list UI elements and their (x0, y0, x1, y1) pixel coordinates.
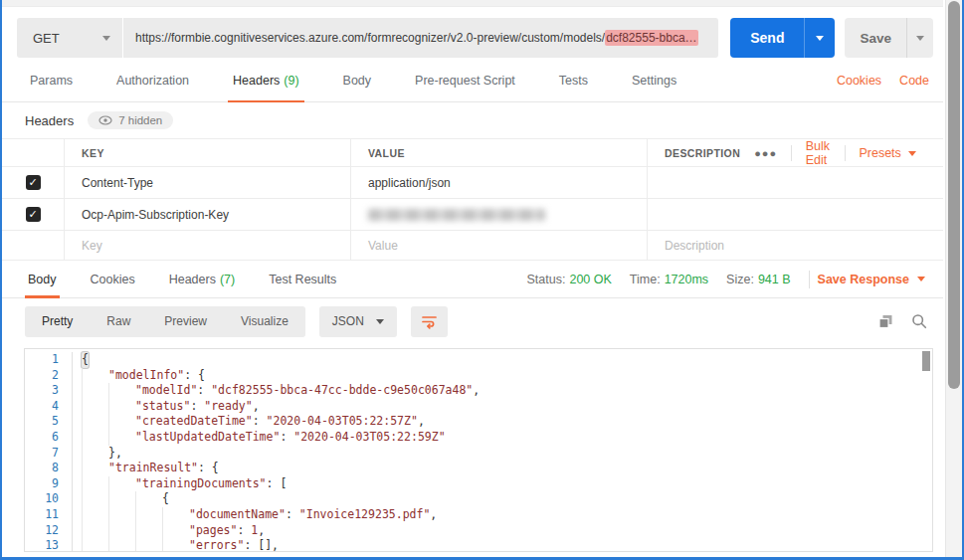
table-row: Content-Type application/json (2, 167, 943, 199)
response-tab-test-results[interactable]: Test Results (266, 261, 339, 297)
indent-guide (162, 538, 189, 552)
code-token: "documentName" (189, 507, 286, 523)
save-button[interactable]: Save (845, 18, 906, 58)
headers-table-header: KEY VALUE DESCRIPTION ●●● Bulk Edit Pres… (2, 139, 943, 167)
indent-guide (82, 446, 108, 462)
code-token: , (418, 414, 425, 430)
eye-icon (98, 115, 112, 125)
header-value-masked[interactable] (350, 199, 647, 230)
indent-guide (82, 491, 108, 507)
format-select[interactable]: JSON (319, 306, 397, 337)
method-label: GET (33, 31, 60, 46)
response-body-panel[interactable]: 1{2"modelInfo": {3"modelId": "dcf82555-b… (24, 348, 933, 552)
size-badge: Size:941 B (726, 273, 790, 286)
wrap-lines-button[interactable] (411, 306, 448, 337)
line-number: 6 (25, 430, 73, 446)
chevron-down-icon (102, 36, 110, 41)
view-visualize[interactable]: Visualize (224, 306, 305, 337)
url-input[interactable]: https://formbie.cognitiveservices.azure.… (122, 18, 718, 58)
column-value: VALUE (350, 139, 647, 167)
indent-guide (108, 414, 135, 430)
code-token: "trainingDocuments" (135, 476, 267, 492)
page-scrollbar[interactable] (945, 0, 962, 557)
code-token: , (253, 399, 260, 415)
search-button[interactable] (911, 313, 927, 329)
description-placeholder[interactable]: Description (647, 231, 943, 260)
header-description[interactable] (647, 199, 943, 230)
code-token: : { (198, 461, 219, 476)
tab-authorization[interactable]: Authorization (111, 59, 194, 101)
value-placeholder[interactable]: Value (350, 231, 647, 260)
tab-prerequest-script[interactable]: Pre-request Script (410, 59, 520, 101)
headers-count-badge: (9) (284, 74, 298, 88)
indent-guide (108, 399, 135, 415)
code-token: "modelInfo" (108, 368, 184, 384)
page-scrollbar-thumb[interactable] (948, 1, 960, 389)
indent-guide (108, 383, 135, 399)
tab-tests[interactable]: Tests (554, 59, 593, 101)
view-pretty[interactable]: Pretty (25, 306, 90, 337)
view-raw[interactable]: Raw (90, 306, 147, 337)
send-button[interactable]: Send (730, 18, 804, 58)
chevron-down-icon (376, 319, 384, 324)
tab-body[interactable]: Body (338, 59, 377, 101)
key-placeholder[interactable]: Key (64, 231, 350, 260)
tab-params[interactable]: Params (25, 59, 78, 101)
response-headers-count-badge: (7) (220, 273, 235, 286)
hidden-headers-toggle[interactable]: 7 hidden (88, 111, 173, 129)
time-badge: Time:1720ms (630, 273, 708, 286)
header-key[interactable]: Content-Type (64, 167, 350, 198)
tab-headers[interactable]: Headers (9) (228, 59, 304, 101)
presets-button[interactable]: Presets (845, 146, 929, 160)
row-checkbox[interactable] (26, 175, 41, 190)
indent-guide (82, 399, 108, 415)
code-token: : (190, 399, 204, 415)
line-number: 5 (25, 414, 73, 430)
code-token: : (253, 414, 267, 430)
bulk-edit-button[interactable]: Bulk Edit (792, 139, 845, 167)
indent-guide (82, 383, 108, 399)
postman-window: GET https://formbie.cognitiveservices.az… (0, 0, 964, 560)
indent-guide (162, 523, 189, 539)
cookies-link[interactable]: Cookies (837, 74, 881, 88)
save-button-group: Save (845, 18, 933, 58)
header-description[interactable] (647, 167, 943, 198)
more-options-icon[interactable]: ●●● (740, 147, 791, 159)
header-value[interactable]: application/json (350, 167, 647, 198)
code-token: "modelId" (135, 383, 197, 399)
indent-guide (82, 430, 108, 446)
line-number: 7 (25, 446, 73, 462)
send-button-group: Send (730, 18, 835, 58)
indent-guide (135, 507, 162, 523)
code-token: : (286, 507, 299, 523)
response-tab-cookies[interactable]: Cookies (88, 261, 138, 297)
line-number: 13 (25, 538, 73, 552)
view-preview[interactable]: Preview (147, 306, 224, 337)
column-description: DESCRIPTION (665, 147, 740, 159)
chevron-down-icon (916, 36, 924, 41)
save-options-button[interactable] (906, 18, 933, 58)
save-response-button[interactable]: Save Response (818, 273, 931, 286)
send-options-button[interactable] (804, 18, 835, 58)
request-bar: GET https://formbie.cognitiveservices.az… (2, 7, 943, 59)
chevron-down-icon (816, 36, 824, 41)
method-select[interactable]: GET (17, 18, 122, 58)
line-number: 2 (25, 368, 73, 384)
code-link[interactable]: Code (899, 74, 929, 88)
row-checkbox[interactable] (26, 207, 41, 222)
response-tab-headers[interactable]: Headers (7) (166, 261, 239, 297)
tab-settings[interactable]: Settings (627, 59, 681, 101)
code-scrollbar-thumb[interactable] (922, 351, 930, 371)
response-tab-body[interactable]: Body (25, 261, 60, 297)
code-token: "status" (135, 399, 190, 415)
copy-button[interactable] (878, 314, 893, 329)
copy-icon (878, 314, 893, 329)
header-key[interactable]: Ocp-Apim-Subscription-Key (64, 199, 350, 230)
response-code-lines: 1{2"modelInfo": {3"modelId": "dcf82555-b… (25, 352, 932, 552)
code-line: 6"lastUpdatedDateTime": "2020-04-03T05:2… (25, 430, 932, 446)
code-line: 7}, (25, 446, 932, 462)
table-row-empty: Key Value Description (2, 231, 943, 261)
response-view-bar: Pretty Raw Preview Visualize JSON (2, 298, 943, 344)
code-line: 1{ (25, 352, 932, 368)
line-number: 4 (25, 399, 73, 415)
